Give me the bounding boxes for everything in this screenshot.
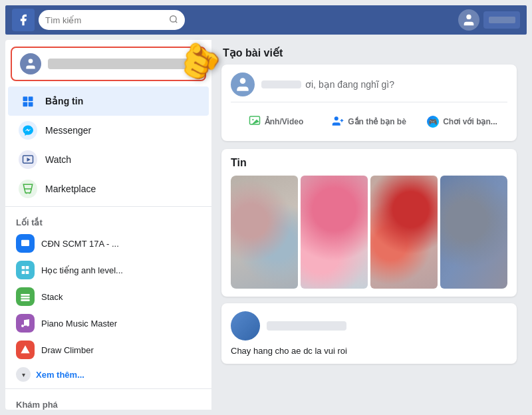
tin-title: Tin: [231, 157, 507, 169]
photo-video-label: Ảnh/Video: [265, 117, 303, 126]
stack-label: Stack: [41, 292, 63, 302]
svg-point-2: [466, 15, 471, 19]
sidebar-item-marketplace[interactable]: Marketplace: [8, 174, 209, 204]
top-navigation: [5, 5, 527, 35]
tin-images-container: [231, 176, 507, 289]
post-input-placeholder[interactable]: ơi, bạn đang nghĩ gì?: [305, 79, 507, 90]
svg-point-11: [29, 193, 31, 194]
piano-music-icon: [16, 314, 35, 333]
photo-icon: [249, 114, 261, 129]
draw-climber-label: Draw Climber: [41, 345, 94, 355]
search-input[interactable]: [45, 15, 169, 25]
tin-image-2[interactable]: [301, 176, 368, 289]
sidebar: Bảng tin Messenger Watch: [5, 40, 211, 410]
see-more-label: Xem thêm...: [36, 370, 84, 380]
svg-rect-17: [21, 294, 29, 296]
svg-point-10: [26, 193, 27, 194]
see-more-button[interactable]: ▾ Xem thêm...: [5, 363, 211, 386]
stack-icon: [16, 287, 35, 306]
post-tag-button[interactable]: Gắn thẻ bạn bè: [324, 111, 414, 133]
content-area: Tạo bài viết ơi, bạn đang nghĩ gì?: [211, 40, 527, 410]
svg-point-0: [170, 15, 176, 21]
nav-extra-button[interactable]: [483, 11, 520, 29]
svg-rect-4: [23, 96, 28, 101]
sidebar-profile-avatar: [20, 53, 41, 74]
sidebar-divider-2: [5, 388, 211, 389]
main-wrapper: Bảng tin Messenger Watch: [5, 40, 527, 410]
watch-icon: [19, 150, 37, 169]
sidebar-profile-name: [48, 59, 197, 69]
svg-rect-12: [21, 240, 29, 246]
svg-rect-6: [23, 102, 28, 107]
nav-right: [458, 9, 520, 31]
tin-image-1[interactable]: [231, 176, 298, 289]
marketplace-icon: [19, 180, 37, 198]
see-more-arrow-icon: ▾: [16, 367, 31, 382]
second-post-username-blur: [267, 321, 346, 331]
tin-section: Tin: [221, 149, 517, 297]
messenger-icon: [19, 121, 37, 140]
search-icon: [169, 15, 178, 26]
svg-point-32: [334, 116, 338, 120]
hoc-tieng-anh-label: Học tiếng anh level...: [41, 265, 123, 275]
second-post: Chay hang cho ae dc la vui roi: [221, 303, 517, 364]
sidebar-profile-item[interactable]: [11, 47, 206, 81]
search-bar[interactable]: [39, 10, 185, 30]
svg-rect-13: [22, 266, 25, 269]
post-game-button[interactable]: 🎮 Chơi với bạn...: [417, 112, 507, 132]
tag-icon: [332, 115, 344, 129]
post-photo-video-button[interactable]: Ảnh/Video: [231, 110, 321, 133]
shortcut-hoc-tieng-anh[interactable]: Học tiếng anh level...: [5, 257, 211, 283]
hoc-tieng-anh-icon: [16, 261, 35, 279]
loi-tat-label: Lối tắt: [5, 209, 211, 230]
shortcut-draw-climber[interactable]: Draw Climber: [5, 337, 211, 363]
tin-image-3[interactable]: [370, 176, 438, 289]
svg-rect-16: [26, 271, 29, 274]
game-icon: 🎮: [427, 116, 439, 128]
cdn-scmt-label: CĐN SCMT 17A - ...: [41, 239, 119, 249]
svg-point-3: [29, 59, 33, 64]
second-post-name-area: [267, 321, 346, 331]
second-post-avatar: [231, 311, 260, 341]
facebook-logo[interactable]: [12, 9, 35, 31]
nav-user-avatar[interactable]: [458, 9, 479, 31]
svg-marker-22: [21, 345, 29, 353]
svg-rect-18: [21, 297, 29, 299]
create-post-top: ơi, bạn đang nghĩ gì?: [231, 72, 507, 102]
second-post-text: Chay hang cho ae dc la vui roi: [231, 346, 507, 356]
create-post-box: ơi, bạn đang nghĩ gì? Ảnh/Video: [221, 65, 517, 141]
messenger-label: Messenger: [45, 125, 91, 136]
sidebar-divider-1: [5, 206, 211, 207]
second-post-top: [231, 311, 507, 341]
shortcut-stack[interactable]: Stack: [5, 283, 211, 310]
svg-point-20: [21, 325, 24, 327]
svg-marker-9: [27, 158, 31, 162]
piano-music-label: Piano Music Master: [41, 319, 117, 329]
kham-pha-section-label: Khám phá: [5, 392, 211, 410]
game-label: Chơi với bạn...: [443, 117, 497, 126]
bang-tin-label: Bảng tin: [45, 96, 83, 106]
draw-climber-icon: [16, 341, 35, 359]
sidebar-item-bang-tin[interactable]: Bảng tin: [8, 86, 209, 116]
bang-tin-icon: [19, 92, 37, 110]
svg-rect-14: [26, 266, 29, 269]
svg-line-1: [176, 21, 178, 23]
tag-label: Gắn thẻ bạn bè: [348, 117, 406, 126]
post-user-avatar: [231, 72, 255, 96]
shortcut-piano-music[interactable]: Piano Music Master: [5, 310, 211, 337]
svg-rect-7: [29, 102, 33, 107]
marketplace-label: Marketplace: [45, 184, 96, 194]
svg-rect-5: [29, 96, 33, 101]
post-username-blur: [261, 80, 301, 88]
sidebar-item-watch[interactable]: Watch: [8, 145, 209, 174]
create-post-section: Tạo bài viết ơi, bạn đang nghĩ gì?: [221, 47, 517, 141]
post-actions: Ảnh/Video Gắn thẻ bạn bè: [231, 109, 507, 133]
tin-image-4[interactable]: [440, 176, 507, 289]
svg-rect-15: [22, 271, 25, 274]
svg-point-29: [240, 78, 246, 84]
svg-rect-19: [21, 299, 29, 301]
sidebar-item-messenger[interactable]: Messenger: [8, 116, 209, 145]
shortcut-cdn-scmt[interactable]: CĐN SCMT 17A - ...: [5, 230, 211, 257]
svg-point-21: [27, 324, 29, 327]
cdn-scmt-icon: [16, 234, 35, 253]
